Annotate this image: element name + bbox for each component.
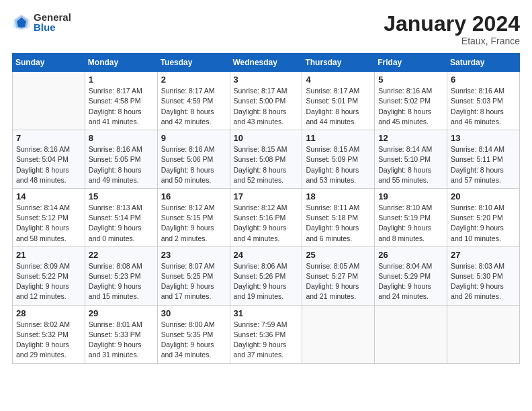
day-number: 31 [234, 308, 299, 318]
day-number: 27 [451, 250, 516, 260]
logo-icon [12, 13, 31, 32]
day-info: Sunrise: 8:10 AMSunset: 5:19 PMDaylight:… [378, 203, 443, 244]
weekday-header-row: Sunday Monday Tuesday Wednesday Thursday… [13, 54, 520, 72]
month-title: January 2024 [384, 12, 520, 36]
calendar-cell: 28Sunrise: 8:02 AMSunset: 5:32 PMDayligh… [13, 305, 85, 363]
calendar-cell: 8Sunrise: 8:16 AMSunset: 5:05 PMDaylight… [85, 130, 157, 189]
header-tuesday: Tuesday [157, 54, 230, 72]
day-info: Sunrise: 8:13 AMSunset: 5:14 PMDaylight:… [89, 203, 154, 244]
calendar-cell [375, 305, 447, 363]
day-number: 12 [378, 133, 443, 143]
day-number: 6 [451, 75, 516, 85]
calendar-cell: 4Sunrise: 8:17 AMSunset: 5:01 PMDaylight… [302, 72, 375, 130]
calendar-cell: 21Sunrise: 8:09 AMSunset: 5:22 PMDayligh… [13, 246, 85, 305]
day-info: Sunrise: 8:17 AMSunset: 5:01 PMDaylight:… [306, 86, 371, 127]
day-info: Sunrise: 8:12 AMSunset: 5:16 PMDaylight:… [234, 203, 299, 244]
day-number: 14 [16, 191, 81, 201]
header-monday: Monday [85, 54, 157, 72]
logo-text: General Blue [34, 12, 71, 32]
day-info: Sunrise: 8:03 AMSunset: 5:30 PMDaylight:… [451, 261, 516, 302]
day-number: 16 [161, 191, 226, 201]
day-info: Sunrise: 8:16 AMSunset: 5:05 PMDaylight:… [89, 144, 154, 185]
calendar-cell: 27Sunrise: 8:03 AMSunset: 5:30 PMDayligh… [447, 246, 520, 305]
calendar-cell: 20Sunrise: 8:10 AMSunset: 5:20 PMDayligh… [447, 188, 520, 246]
day-info: Sunrise: 8:14 AMSunset: 5:10 PMDaylight:… [378, 144, 443, 185]
day-number: 7 [16, 133, 81, 143]
header-thursday: Thursday [302, 54, 375, 72]
calendar-week-4: 21Sunrise: 8:09 AMSunset: 5:22 PMDayligh… [13, 246, 520, 305]
calendar-cell: 25Sunrise: 8:05 AMSunset: 5:27 PMDayligh… [302, 246, 375, 305]
calendar-cell [302, 305, 375, 363]
day-info: Sunrise: 8:09 AMSunset: 5:22 PMDaylight:… [16, 261, 81, 302]
calendar-cell: 7Sunrise: 8:16 AMSunset: 5:04 PMDaylight… [13, 130, 85, 189]
page: General Blue January 2024 Etaux, France … [0, 0, 532, 411]
calendar-cell: 1Sunrise: 8:17 AMSunset: 4:58 PMDaylight… [85, 72, 157, 130]
day-info: Sunrise: 7:59 AMSunset: 5:36 PMDaylight:… [234, 320, 299, 361]
day-number: 18 [306, 191, 371, 201]
calendar-cell [13, 72, 85, 130]
calendar-cell: 23Sunrise: 8:07 AMSunset: 5:25 PMDayligh… [157, 246, 230, 305]
logo-general-text: General [34, 12, 71, 22]
day-number: 17 [234, 191, 299, 201]
day-info: Sunrise: 8:16 AMSunset: 5:04 PMDaylight:… [16, 144, 81, 185]
day-info: Sunrise: 8:08 AMSunset: 5:23 PMDaylight:… [89, 261, 154, 302]
header-saturday: Saturday [447, 54, 520, 72]
calendar-cell: 22Sunrise: 8:08 AMSunset: 5:23 PMDayligh… [85, 246, 157, 305]
calendar-cell: 24Sunrise: 8:06 AMSunset: 5:26 PMDayligh… [230, 246, 302, 305]
day-info: Sunrise: 8:17 AMSunset: 4:58 PMDaylight:… [89, 86, 154, 127]
day-info: Sunrise: 8:15 AMSunset: 5:09 PMDaylight:… [306, 144, 371, 185]
day-number: 30 [161, 308, 226, 318]
day-number: 3 [234, 75, 299, 85]
calendar-cell: 19Sunrise: 8:10 AMSunset: 5:19 PMDayligh… [375, 188, 447, 246]
calendar-cell: 2Sunrise: 8:17 AMSunset: 4:59 PMDaylight… [157, 72, 230, 130]
header-sunday: Sunday [13, 54, 85, 72]
day-number: 15 [89, 191, 154, 201]
day-number: 1 [89, 75, 154, 85]
header-wednesday: Wednesday [230, 54, 302, 72]
title-block: January 2024 Etaux, France [384, 12, 520, 46]
calendar-week-2: 7Sunrise: 8:16 AMSunset: 5:04 PMDaylight… [13, 130, 520, 189]
day-number: 11 [306, 133, 371, 143]
logo-blue-text: Blue [34, 22, 71, 32]
day-info: Sunrise: 8:12 AMSunset: 5:15 PMDaylight:… [161, 203, 226, 244]
calendar-cell: 14Sunrise: 8:14 AMSunset: 5:12 PMDayligh… [13, 188, 85, 246]
day-info: Sunrise: 8:16 AMSunset: 5:03 PMDaylight:… [451, 86, 516, 127]
calendar-cell: 18Sunrise: 8:11 AMSunset: 5:18 PMDayligh… [302, 188, 375, 246]
day-info: Sunrise: 8:06 AMSunset: 5:26 PMDaylight:… [234, 261, 299, 302]
calendar-table: Sunday Monday Tuesday Wednesday Thursday… [12, 53, 520, 363]
day-number: 23 [161, 250, 226, 260]
calendar-cell: 9Sunrise: 8:16 AMSunset: 5:06 PMDaylight… [157, 130, 230, 189]
day-number: 13 [451, 133, 516, 143]
day-number: 2 [161, 75, 226, 85]
calendar-cell: 11Sunrise: 8:15 AMSunset: 5:09 PMDayligh… [302, 130, 375, 189]
calendar-cell [447, 305, 520, 363]
day-number: 21 [16, 250, 81, 260]
day-info: Sunrise: 8:01 AMSunset: 5:33 PMDaylight:… [89, 320, 154, 361]
calendar-cell: 12Sunrise: 8:14 AMSunset: 5:10 PMDayligh… [375, 130, 447, 189]
day-number: 24 [234, 250, 299, 260]
day-info: Sunrise: 8:17 AMSunset: 4:59 PMDaylight:… [161, 86, 226, 127]
day-info: Sunrise: 8:16 AMSunset: 5:06 PMDaylight:… [161, 144, 226, 185]
day-info: Sunrise: 8:07 AMSunset: 5:25 PMDaylight:… [161, 261, 226, 302]
day-info: Sunrise: 8:04 AMSunset: 5:29 PMDaylight:… [378, 261, 443, 302]
day-number: 19 [378, 191, 443, 201]
calendar-cell: 29Sunrise: 8:01 AMSunset: 5:33 PMDayligh… [85, 305, 157, 363]
day-number: 20 [451, 191, 516, 201]
day-number: 22 [89, 250, 154, 260]
calendar-week-3: 14Sunrise: 8:14 AMSunset: 5:12 PMDayligh… [13, 188, 520, 246]
calendar-cell: 26Sunrise: 8:04 AMSunset: 5:29 PMDayligh… [375, 246, 447, 305]
calendar-cell: 3Sunrise: 8:17 AMSunset: 5:00 PMDaylight… [230, 72, 302, 130]
header-friday: Friday [375, 54, 447, 72]
day-info: Sunrise: 8:00 AMSunset: 5:35 PMDaylight:… [161, 320, 226, 361]
location: Etaux, France [384, 36, 520, 46]
calendar-cell: 16Sunrise: 8:12 AMSunset: 5:15 PMDayligh… [157, 188, 230, 246]
day-info: Sunrise: 8:10 AMSunset: 5:20 PMDaylight:… [451, 203, 516, 244]
day-number: 9 [161, 133, 226, 143]
day-number: 8 [89, 133, 154, 143]
day-info: Sunrise: 8:02 AMSunset: 5:32 PMDaylight:… [16, 320, 81, 361]
day-number: 28 [16, 308, 81, 318]
day-info: Sunrise: 8:14 AMSunset: 5:11 PMDaylight:… [451, 144, 516, 185]
calendar-cell: 13Sunrise: 8:14 AMSunset: 5:11 PMDayligh… [447, 130, 520, 189]
day-number: 5 [378, 75, 443, 85]
calendar-cell: 30Sunrise: 8:00 AMSunset: 5:35 PMDayligh… [157, 305, 230, 363]
